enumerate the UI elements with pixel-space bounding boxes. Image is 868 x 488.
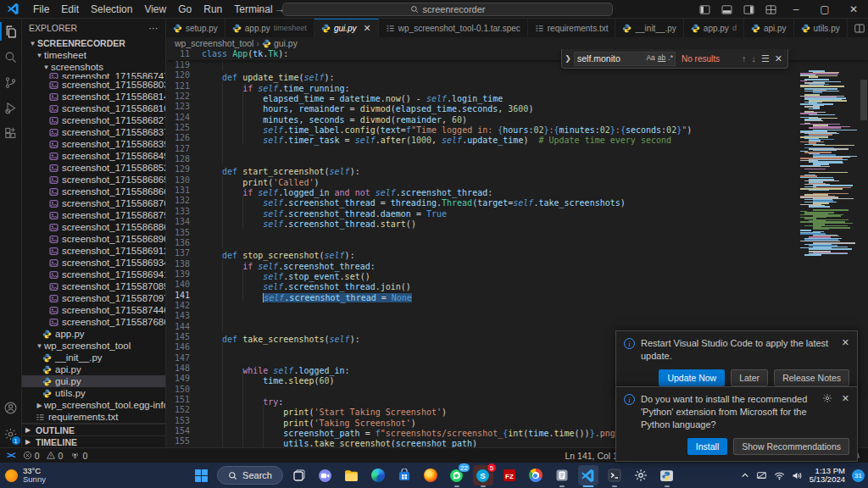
- explorer-icon[interactable]: [0, 19, 22, 44]
- tree-file-screenshot_1715586890.png[interactable]: screenshot_1715586890.png: [22, 233, 165, 245]
- sticky-line[interactable]: 11class App(tk.Tk):: [166, 49, 288, 59]
- search-icon[interactable]: [0, 44, 22, 69]
- notification-count-badge[interactable]: 31: [852, 469, 865, 482]
- tree-file-screenshot_1715587686.png[interactable]: screenshot_1715587686.png: [22, 316, 165, 328]
- section-timeline[interactable]: ▶TIMELINE: [22, 435, 165, 447]
- breadcrumb-item[interactable]: gui.py: [274, 38, 298, 48]
- taskbar-store-icon[interactable]: [394, 465, 415, 485]
- close-icon[interactable]: ✕: [842, 337, 849, 348]
- tab-app.py[interactable]: app.pytimesheet: [225, 19, 314, 37]
- code-line[interactable]: 128: [166, 154, 868, 164]
- code-line[interactable]: 132self.screenshot_thread = threading.Th…: [166, 196, 868, 206]
- command-center-search[interactable]: screenrecorder: [282, 3, 613, 16]
- find-expand-icon[interactable]: ❯: [562, 54, 574, 63]
- taskbar-chat-icon[interactable]: [315, 465, 336, 485]
- tree-file-gui.py[interactable]: gui.py: [22, 375, 165, 387]
- tree-folder-wp_screenshot_tool.egg-info[interactable]: ▶wp_screenshot_tool.egg-info: [22, 399, 165, 411]
- tree-file-screenshot_1715586852.png[interactable]: screenshot_1715586852.png: [22, 162, 165, 174]
- tab-app.py[interactable]: app.pyd: [684, 19, 744, 37]
- regex-icon[interactable]: .*: [668, 53, 673, 62]
- broadcast-indicator[interactable]: 0: [70, 451, 87, 461]
- menu-file[interactable]: File: [27, 2, 55, 17]
- extensions-icon[interactable]: [0, 120, 22, 146]
- tree-file-screenshot_1715587085.png[interactable]: screenshot_1715587085.png: [22, 280, 165, 292]
- settings-gear-icon[interactable]: 1: [0, 420, 22, 447]
- code-line[interactable]: 140self.screenshot_thread.join(): [166, 280, 868, 290]
- tree-folder-screenshots[interactable]: ▼screenshots: [22, 61, 165, 73]
- wifi-icon[interactable]: [774, 471, 785, 480]
- minimize-button[interactable]: –: [782, 0, 810, 19]
- menu-selection[interactable]: Selection: [85, 2, 138, 17]
- tree-file-screenshot_1715586886.png[interactable]: screenshot_1715586886.png: [22, 221, 165, 233]
- taskbar-file-explorer-icon[interactable]: [342, 465, 362, 485]
- find-in-selection-icon[interactable]: ☰: [761, 53, 770, 64]
- tab-api.py[interactable]: api.py: [744, 19, 794, 37]
- tree-file-app.py[interactable]: app.py: [22, 328, 165, 340]
- code-line[interactable]: 139self.stop_event.set(): [166, 269, 868, 280]
- tab-__init__.py[interactable]: __init__.py: [615, 19, 683, 37]
- menu-run[interactable]: Run: [198, 2, 228, 17]
- tree-folder-SCREENRECORDER[interactable]: ▼SCREENRECORDER: [22, 37, 165, 49]
- tab-utils.py[interactable]: utils.py: [794, 19, 848, 37]
- taskbar-python-icon[interactable]: [657, 465, 677, 485]
- taskbar-skype-icon[interactable]: S5: [473, 465, 493, 485]
- customize-layout-icon[interactable]: [760, 0, 782, 19]
- tray-clock[interactable]: 1:13 PM 5/13/2024: [810, 467, 845, 485]
- menu-go[interactable]: Go: [172, 2, 198, 17]
- taskbar-news-icon[interactable]: [552, 465, 572, 485]
- tree-file-screenshot_1715586912.png[interactable]: screenshot_1715586912.png: [22, 245, 165, 257]
- tree-file-__init__.py[interactable]: __init__.py: [22, 352, 165, 363]
- notification-gear-icon[interactable]: [822, 393, 832, 403]
- touch-keyboard-icon[interactable]: [756, 471, 767, 480]
- tree-file-screenshot_1715587446.png[interactable]: screenshot_1715587446.png: [22, 304, 165, 316]
- tree-file-utils.py[interactable]: utils.py: [22, 387, 165, 399]
- breadcrumb[interactable]: wp_screenshot_tool›gui.py: [166, 37, 868, 49]
- tree-file-screenshot_1715586747.png[interactable]: screenshot_1715586747.png: [22, 73, 165, 79]
- taskbar-settings-icon[interactable]: [631, 465, 651, 485]
- taskbar-edge-icon[interactable]: [368, 465, 388, 485]
- tab-requirements.txt[interactable]: requirements.txt: [528, 19, 616, 37]
- install-button[interactable]: Install: [687, 438, 727, 455]
- code-line[interactable]: 126self.timer_task = self.after(1000, se…: [166, 133, 868, 143]
- taskbar-start-icon[interactable]: [191, 465, 211, 485]
- back-icon[interactable]: ←: [254, 3, 265, 15]
- toggle-sidebar-icon[interactable]: [693, 0, 715, 19]
- code-line[interactable]: 137def stop_screenshot(self):: [166, 248, 868, 258]
- volume-icon[interactable]: [792, 471, 803, 480]
- code-line[interactable]: 129def start_screenshot(self):: [166, 164, 868, 175]
- tab-gui.py[interactable]: gui.py✕: [314, 19, 379, 37]
- account-icon[interactable]: [0, 395, 22, 420]
- whole-word-icon[interactable]: ab: [658, 53, 665, 62]
- scrollbar-thumb[interactable]: [860, 80, 867, 120]
- tree-file-screenshot_1715586839.png[interactable]: screenshot_1715586839.png: [22, 138, 165, 150]
- code-line[interactable]: 122elapsed_time = datetime.now() - self.…: [166, 92, 868, 102]
- taskbar-filezilla-icon[interactable]: FZ: [499, 465, 520, 485]
- tree-file-screenshot_1715586803.png[interactable]: screenshot_1715586803.png: [22, 79, 165, 91]
- later-button[interactable]: Later: [731, 369, 768, 386]
- tree-file-screenshot_1715586814.png[interactable]: screenshot_1715586814.png: [22, 91, 165, 103]
- tree-file-screenshot_1715586941.png[interactable]: screenshot_1715586941.png: [22, 269, 165, 280]
- tree-file-screenshot_1715586849.png[interactable]: screenshot_1715586849.png: [22, 150, 165, 162]
- code-line[interactable]: 141self.screenshot_thread = None: [166, 291, 868, 301]
- breadcrumb-item[interactable]: wp_screenshot_tool: [175, 38, 253, 48]
- taskbar-task-view-icon[interactable]: [289, 465, 309, 485]
- tree-folder-wp_screenshot_tool[interactable]: ▼wp_screenshot_tool: [22, 340, 165, 352]
- code-line[interactable]: 120def update_time(self):: [166, 70, 868, 80]
- code-line[interactable]: 138if self.screenshot_thread:: [166, 259, 868, 269]
- tree-file-screenshot_1715586934.png[interactable]: screenshot_1715586934.png: [22, 257, 165, 269]
- show-recommendations-button[interactable]: Show Recommendations: [733, 438, 849, 455]
- tree-file-requirements.txt[interactable]: requirements.txt: [22, 411, 165, 423]
- split-editor-icon[interactable]: [854, 24, 865, 33]
- code-line[interactable]: 136: [166, 238, 868, 248]
- taskbar-search[interactable]: Search: [217, 466, 283, 485]
- tab-close-icon[interactable]: ✕: [364, 23, 371, 34]
- section-outline[interactable]: ▶OUTLINE: [22, 424, 165, 435]
- tree-file-screenshot_1715586816.png[interactable]: screenshot_1715586816.png: [22, 103, 165, 114]
- tab-setup.py[interactable]: setup.py: [166, 19, 225, 37]
- find-next-icon[interactable]: ↓: [751, 53, 756, 64]
- maximize-button[interactable]: ▢: [810, 0, 839, 19]
- tree-folder-timesheet[interactable]: ▼timesheet: [22, 49, 165, 61]
- close-icon[interactable]: ✕: [842, 393, 849, 404]
- run-debug-icon[interactable]: [0, 95, 22, 120]
- remote-indicator-icon[interactable]: ><: [7, 451, 15, 460]
